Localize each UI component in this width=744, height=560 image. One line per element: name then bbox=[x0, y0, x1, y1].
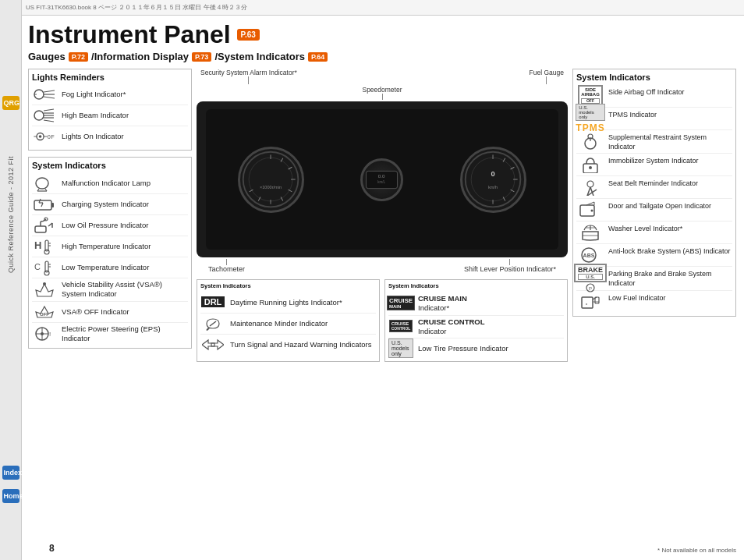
dashboard-image: ×1000r/min 0.0 km/L bbox=[197, 101, 568, 257]
side-airbag-label: Side Airbag Off Indicator bbox=[608, 87, 684, 97]
lights-on-icon: 0 F bbox=[32, 128, 57, 145]
tpms-row: U.S. models only TPMS TPMS Indicator bbox=[576, 108, 732, 130]
footnote-text: * Not available on all models bbox=[657, 547, 736, 554]
fuel-gauge-label: Fuel Gauge bbox=[530, 69, 564, 84]
fog-light-row: Fog Light Indicator* bbox=[32, 84, 188, 105]
cruise-main-badge: CRUISE MAIN bbox=[387, 296, 415, 310]
malfunction-label: Malfunction Indicator Lamp bbox=[62, 179, 151, 188]
immobilizer-label: Immobilizer System Indicator bbox=[608, 155, 699, 166]
tachometer-label: Tachometer bbox=[208, 265, 245, 273]
svg-text:ABS: ABS bbox=[583, 253, 595, 258]
subtitle-infodisplay: /Information Display bbox=[91, 51, 189, 62]
immobilizer-row: Immobilizer System Indicator bbox=[576, 154, 732, 176]
svg-text:!: ! bbox=[49, 331, 51, 338]
bottom-right-sys-title: System Indicators bbox=[388, 282, 564, 289]
srs-icon bbox=[576, 132, 604, 151]
svg-marker-74 bbox=[202, 340, 214, 349]
svg-point-48 bbox=[243, 151, 299, 207]
svg-line-6 bbox=[44, 109, 54, 111]
speedometer-gauge: km/h 0 bbox=[460, 147, 526, 213]
subtitle-ref2: P.73 bbox=[192, 52, 211, 62]
drl-badge: DRL bbox=[201, 296, 225, 307]
lights-reminders-title: Lights Reminders bbox=[32, 73, 188, 82]
cruise-control-icon: CRUISE CONTROL bbox=[388, 318, 413, 335]
cruise-control-label: CRUISE CONTROL Indicator bbox=[418, 317, 485, 337]
subtitle-ref1: P.72 bbox=[69, 52, 88, 62]
oil-pressure-label: Low Oil Pressure Indicator bbox=[62, 221, 148, 230]
svg-text:OFF: OFF bbox=[40, 312, 49, 317]
maintenance-icon bbox=[200, 315, 225, 332]
svg-rect-96 bbox=[582, 297, 593, 308]
svg-rect-22 bbox=[51, 203, 54, 207]
left-system-indicators-box: System Indicators Malfunction Indicator … bbox=[28, 157, 192, 349]
svg-point-46 bbox=[41, 332, 44, 335]
low-tire-icon: U.S. models only bbox=[388, 340, 413, 357]
drl-label: Daytime Running Lights Indicator* bbox=[230, 298, 342, 307]
side-airbag-icon: SIDE AIRBAG OFF bbox=[576, 87, 604, 105]
page-title-text: Instrument Panel bbox=[28, 20, 231, 49]
vsa-label: Vehicle Stability Assist (VSA®) System I… bbox=[62, 280, 188, 299]
svg-point-63 bbox=[466, 151, 521, 207]
svg-text:km/L: km/L bbox=[378, 180, 386, 184]
left-sys-title: System Indicators bbox=[32, 161, 188, 170]
bottom-right-sys-box: System Indicators CRUISE MAIN CRUISE MAI… bbox=[384, 279, 568, 362]
main-content: US FIT-31TK6630.book 8 ページ ２０１１年６月１５日 水曜… bbox=[22, 0, 744, 560]
drl-row: DRL Daytime Running Lights Indicator* bbox=[200, 292, 376, 314]
svg-point-41 bbox=[43, 282, 46, 285]
fog-light-label: Fog Light Indicator* bbox=[62, 90, 126, 99]
sidebar: QRG Quick Reference Guide - 2012 Fit Ind… bbox=[0, 0, 22, 560]
sidebar-qrg-button[interactable]: QRG bbox=[2, 96, 19, 110]
low-temp-label: Low Temperature Indicator bbox=[62, 263, 149, 272]
tachometer-gauge: ×1000r/min bbox=[238, 147, 304, 213]
svg-point-17 bbox=[36, 178, 48, 189]
svg-point-81 bbox=[587, 181, 593, 187]
svg-point-33 bbox=[44, 250, 49, 254]
svg-text:H: H bbox=[34, 239, 41, 251]
high-beam-label: High Beam Indicator bbox=[62, 111, 129, 120]
svg-marker-75 bbox=[211, 340, 224, 349]
tpms-label: TPMS Indicator bbox=[608, 109, 657, 120]
left-column: Lights Reminders Fog Light Indicato bbox=[28, 69, 192, 554]
page-ref-badge: P.63 bbox=[237, 29, 260, 41]
subtitle-row: Gauges P.72 /Information Display P.73 /S… bbox=[28, 51, 736, 62]
parking-brake-icon: BRAKE U.S. P bbox=[576, 268, 604, 287]
eps-icon: ! bbox=[32, 325, 57, 342]
vsa-off-row: OFF VSA® OFF Indicator bbox=[32, 302, 188, 323]
right-system-indicators-box: System Indicators SIDE AIRBAG OFF Side A… bbox=[572, 69, 736, 317]
cruise-main-row: CRUISE MAIN CRUISE MAIN Indicator* bbox=[388, 292, 564, 316]
shift-lever-label: Shift Lever Position Indicator* bbox=[464, 265, 556, 273]
page-number: 8 bbox=[49, 543, 55, 554]
immobilizer-icon bbox=[576, 155, 604, 174]
lights-on-row: 0 F Lights On Indicator bbox=[32, 126, 188, 147]
center-column: Security System Alarm Indicator* Fuel Ga… bbox=[197, 69, 568, 554]
svg-line-10 bbox=[44, 120, 54, 122]
svg-point-14 bbox=[39, 135, 42, 138]
srs-label: Supplemental Restraint System Indicator bbox=[608, 132, 732, 151]
info-display: 0.0 km/L bbox=[360, 158, 403, 201]
washer-row: Washer Level Indicator* bbox=[576, 222, 732, 244]
sidebar-home-button[interactable]: Home bbox=[2, 489, 19, 503]
svg-text:0: 0 bbox=[48, 133, 51, 140]
bottom-system-indicators: System Indicators DRL Daytime Running Li… bbox=[197, 279, 568, 362]
header-bar: US FIT-31TK6630.book 8 ページ ２０１１年６月１５日 水曜… bbox=[22, 0, 744, 16]
sidebar-index-button[interactable]: Index bbox=[2, 466, 19, 480]
turn-signal-icon bbox=[200, 336, 225, 353]
svg-point-38 bbox=[44, 271, 49, 275]
eps-row: ! Electric Power Steering (EPS) Indicato… bbox=[32, 323, 188, 346]
abs-label: Anti-lock Brake System (ABS) Indicator bbox=[608, 246, 731, 257]
low-fuel-label: Low Fuel Indicator bbox=[608, 292, 666, 303]
file-info: US FIT-31TK6630.book 8 ページ ２０１１年６月１５日 水曜… bbox=[26, 3, 247, 12]
malfunction-icon bbox=[32, 175, 57, 192]
high-beam-icon bbox=[32, 107, 57, 124]
door-tailgate-label: Door and Tailgate Open Indicator bbox=[608, 200, 711, 211]
page-title-row: Instrument Panel P.63 bbox=[28, 20, 736, 49]
malfunction-row: Malfunction Indicator Lamp bbox=[32, 173, 188, 194]
parking-brake-label: Parking Brake and Brake System Indicator bbox=[608, 268, 732, 288]
bottom-left-sys-box: System Indicators DRL Daytime Running Li… bbox=[197, 279, 380, 362]
parking-brake-row: BRAKE U.S. P Parking Brake and Brake Sys… bbox=[576, 267, 732, 290]
vsa-off-label: VSA® OFF Indicator bbox=[62, 307, 129, 317]
bottom-left-sys-title: System Indicators bbox=[200, 282, 376, 289]
high-temp-label: High Temperature Indicator bbox=[62, 242, 151, 251]
right-column: System Indicators SIDE AIRBAG OFF Side A… bbox=[572, 69, 736, 554]
drl-icon: DRL bbox=[200, 294, 225, 311]
